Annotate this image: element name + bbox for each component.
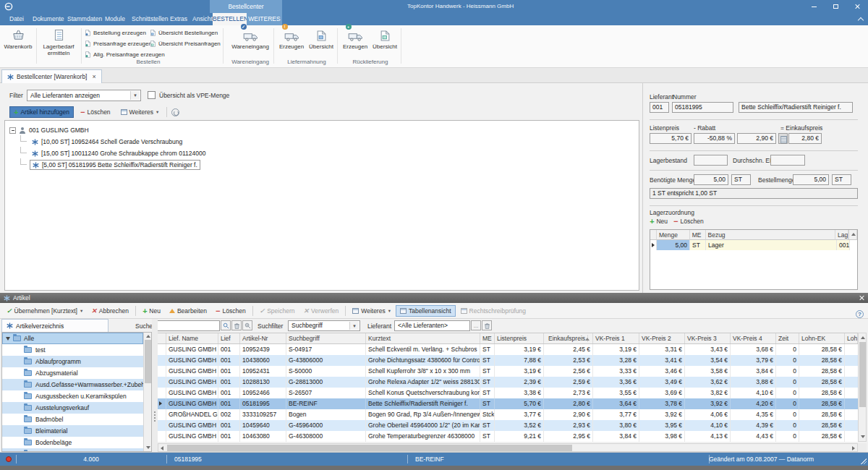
article-row[interactable]: GUSLING GMBH 001 10288130 G-28813000 Gro… xyxy=(158,377,858,388)
ruecklieferung-uebersicht-button[interactable]: Übersicht xyxy=(370,27,399,50)
table-horizontal-scrollbar[interactable] xyxy=(158,443,858,452)
col-lief-name[interactable]: Lief. Name xyxy=(166,333,218,343)
speichern-button[interactable]: ✓ Speichern xyxy=(256,306,299,316)
lager-loeschen-button[interactable]: − Löschen xyxy=(673,218,704,225)
lagerbedarf-ermitteln-button[interactable]: Lagerbedarf ermitteln xyxy=(38,27,80,56)
collapse-node-icon[interactable] xyxy=(9,127,16,134)
col-suchbegriff[interactable]: Suchbegriff xyxy=(286,333,366,343)
neu-button[interactable]: + Neu xyxy=(139,306,164,316)
caret-expanded-icon[interactable] xyxy=(6,337,10,341)
sidebar-folder-item[interactable] xyxy=(2,448,143,452)
ribbon-tab-bestellen[interactable]: BESTELLEN xyxy=(213,13,247,25)
vpe-menge-checkbox[interactable] xyxy=(148,91,156,99)
artikel-weiteres-button[interactable]: Weiteres▾ xyxy=(349,306,394,316)
resize-grip-icon[interactable] xyxy=(861,458,867,464)
col-vk-preis-1[interactable]: VK-Preis 1 xyxy=(593,333,639,343)
col-vk-preis-2[interactable]: VK-Preis 2 xyxy=(639,333,685,343)
menu-item-module[interactable]: Module xyxy=(103,13,127,25)
wareneingang-button[interactable]: ✓ Wareneingang xyxy=(230,27,271,50)
search-input[interactable] xyxy=(153,320,220,331)
menu-item-extras[interactable]: Extras xyxy=(168,13,190,25)
col-kurztext[interactable]: Kurztext xyxy=(366,333,480,343)
sidebar-folder-item[interactable]: Bleimaterial xyxy=(2,425,143,437)
clear-supplier-button[interactable] xyxy=(482,320,492,330)
lagerbestand-field[interactable] xyxy=(694,155,728,166)
article-row[interactable]: GUSLING GMBH 001 10463080 G-46308000 Gro… xyxy=(158,431,858,442)
ellipsis-button[interactable]: … xyxy=(471,320,481,330)
sidebar-folder-item[interactable]: Bodenbeläge xyxy=(2,437,143,448)
nummer-field[interactable]: 05181995 xyxy=(672,102,733,113)
minimize-button[interactable] xyxy=(803,0,825,13)
panel-splitter[interactable] xyxy=(152,319,158,452)
col-vk-preis-4[interactable]: VK-Preis 4 xyxy=(731,333,776,343)
tabellenansicht-toggle[interactable]: Tabellenansicht xyxy=(396,305,456,317)
abbrechen-button[interactable]: ✕ Abbrechen xyxy=(88,306,132,316)
chevron-down-icon[interactable]: ▾ xyxy=(130,91,140,100)
liefermahnung-uebersicht-button[interactable]: Übersicht xyxy=(307,27,336,50)
tab-artikelverzeichnis[interactable]: Artikelverzeichnis xyxy=(1,319,109,332)
maximize-button[interactable] xyxy=(825,0,846,13)
suchfilter-select[interactable]: Suchbegriff ▾ xyxy=(288,320,360,331)
menu-item-stammdaten[interactable]: Stammdaten xyxy=(65,13,104,25)
ribbon-tab-weiteres[interactable]: WEITERES xyxy=(247,13,282,25)
chevron-down-icon[interactable]: ▾ xyxy=(349,322,359,330)
col-zeit[interactable]: Zeit xyxy=(776,333,799,343)
menu-item-schnittstellen[interactable]: Schnittstellen xyxy=(129,13,171,25)
preis-nach-rabatt-field[interactable]: 2,90 € xyxy=(737,133,776,144)
uebersicht-bestellungen-button[interactable]: Übersicht Bestellungen xyxy=(150,28,218,38)
article-row[interactable]: GUSLING GMBH 001 05181995 BE-REINF Bette… xyxy=(158,398,858,409)
lager-neu-button[interactable]: + Neu xyxy=(650,218,668,225)
article-row[interactable]: GUSLING GMBH 001 10952431 S-50000 Schell… xyxy=(158,366,858,377)
col-artikel-nr[interactable]: Artikel-Nr xyxy=(240,333,286,343)
basket-item[interactable]: [5,00 ST] 05181995 Bette Schleiffix/Radi… xyxy=(8,159,639,171)
bestellmenge-me-field[interactable]: ST xyxy=(832,174,851,185)
benoetigte-menge-field[interactable]: 5,00 xyxy=(694,174,728,185)
verwerfen-button[interactable]: ✕ Verwerfen xyxy=(299,306,342,316)
collapse-ribbon-icon[interactable] xyxy=(859,17,864,20)
weiteres-button[interactable]: Weiteres▾ xyxy=(117,107,163,117)
sidebar-scrollbar[interactable] xyxy=(143,333,151,451)
basket-item[interactable]: [15,00 ST] 10011240 Grohe Schraubkappe c… xyxy=(8,148,639,159)
lager-scrollbar[interactable] xyxy=(848,230,857,240)
col-listenpreis[interactable]: Listenpreis xyxy=(495,333,544,343)
col-loh[interactable]: Loh xyxy=(845,333,858,343)
sidebar-folder-item[interactable]: Abzugsmaterial xyxy=(2,367,143,379)
basket-item[interactable]: [10,00 ST] 10952464 Schell Gerade Versch… xyxy=(8,136,639,148)
calculator-button[interactable] xyxy=(778,133,788,144)
refresh-icon[interactable] xyxy=(171,108,179,116)
app-logo-icon[interactable] xyxy=(4,2,13,11)
tab-bestellcenter-warenkorb[interactable]: Bestellcenter [Warenkorb] × xyxy=(1,69,102,83)
close-icon[interactable] xyxy=(859,295,864,301)
listenpreis-field[interactable]: 5,70 € xyxy=(650,133,692,144)
bearbeiten-button[interactable]: Bearbeiten xyxy=(166,306,210,316)
sidebar-folder-item[interactable]: Ausgussbecken u.Keramikspülen xyxy=(2,390,143,402)
col-lief[interactable]: Lief xyxy=(218,333,240,343)
uebernehmen-button[interactable]: ✓ Übernehmen [Kurztext]▾ xyxy=(3,306,86,316)
artikel-loeschen-button[interactable]: − Löschen xyxy=(212,306,250,316)
sidebar-folder-item[interactable]: Ausstelungsverkauf xyxy=(2,402,143,414)
lagerzuordnung-row[interactable]: 5,00 ST Lager 001 xyxy=(650,240,857,250)
col-me[interactable]: ME xyxy=(480,333,495,343)
menu-item-dokumente[interactable]: Dokumente xyxy=(30,13,66,25)
close-button[interactable] xyxy=(846,0,868,13)
supplier-node[interactable]: 001 GUSLING GMBH xyxy=(8,124,639,136)
loeschen-button[interactable]: − Löschen xyxy=(77,107,114,117)
preisanfrage-erzeugen-button[interactable]: Preisanfrage erzeugen xyxy=(85,39,152,48)
durchschn-ek-field[interactable] xyxy=(770,155,805,166)
article-row[interactable]: GUSLING GMBH 001 10438060 G-43806000 Gro… xyxy=(158,355,858,366)
clear-search-button[interactable] xyxy=(231,320,242,330)
supplier-filter-select[interactable]: Alle Lieferanten anzeigen ▾ xyxy=(27,90,141,101)
artikel-hinzufuegen-button[interactable]: + Artikel hinzufügen xyxy=(9,106,74,118)
sidebar-item-alle[interactable]: Alle xyxy=(2,333,143,344)
lieferant-field[interactable]: 001 xyxy=(650,102,669,113)
sidebar-folder-item[interactable]: Badmöbel xyxy=(2,414,143,425)
article-row[interactable]: GUSLING GMBH 001 10952466 S-26507 Schell… xyxy=(158,388,858,398)
uebersicht-preisanfragen-button[interactable]: Übersicht Preisanfragen xyxy=(150,39,221,48)
help-icon[interactable]: ? xyxy=(856,310,864,318)
menu-item-datei[interactable]: Datei xyxy=(7,13,26,25)
col-lohn-ek[interactable]: Lohn-EK xyxy=(799,333,845,343)
lieferant-filter-select[interactable]: <Alle Lieferanten> xyxy=(394,320,470,331)
article-row[interactable]: GUSLING GMBH 001 10459640 G-45964000 Gro… xyxy=(158,420,858,431)
bestellmenge-field[interactable]: 5,00 xyxy=(793,174,829,185)
ruecklieferung-erzeugen-button[interactable]: + Erzeugen xyxy=(341,27,369,50)
